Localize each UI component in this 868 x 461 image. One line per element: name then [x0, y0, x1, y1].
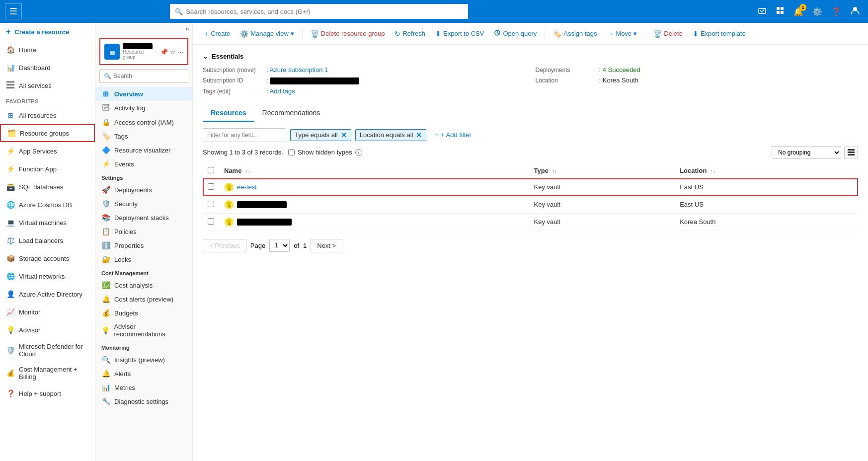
tab-recommendations[interactable]: Recommendations [254, 105, 328, 122]
hamburger-menu[interactable]: ☰ [5, 3, 22, 19]
notifications-icon[interactable]: 🔔 1 [790, 5, 806, 18]
mid-nav-tags[interactable]: 🏷️ Tags [95, 129, 192, 143]
pin-icon[interactable]: 📌 [160, 48, 168, 56]
mid-nav-events[interactable]: ⚡ Events [95, 157, 192, 171]
mid-panel-search[interactable]: 🔍 [99, 69, 188, 83]
open-query-button[interactable]: Open query [490, 27, 541, 40]
sidebar-item-sql-databases[interactable]: 🗃️ SQL databases [0, 178, 95, 196]
add-tags-link[interactable]: Add tags [270, 87, 295, 95]
row1-checkbox[interactable] [208, 183, 214, 190]
sidebar-item-home[interactable]: 🏠 Home [0, 41, 95, 59]
sidebar-item-help-support[interactable]: ❓ Help + support [0, 384, 95, 402]
mid-nav-policies[interactable]: 📋 Policies [95, 225, 192, 238]
manage-view-button[interactable]: ⚙️ Manage view ▾ [236, 27, 298, 40]
export-template-button[interactable]: ⬇ Export template [689, 27, 750, 40]
show-hidden-checkbox[interactable] [288, 149, 295, 155]
mid-nav-deployments[interactable]: 🚀 Deployments [95, 183, 192, 197]
subscription-link[interactable]: Azure subscription 1 [270, 66, 328, 74]
collapse-left-icon[interactable]: « [186, 25, 189, 32]
profile-icon[interactable] [847, 3, 863, 19]
export-csv-icon: ⬇ [435, 30, 441, 38]
filter-input[interactable] [203, 128, 286, 142]
type-col-header[interactable]: Type ↑↓ [529, 164, 675, 178]
mid-nav-advisor-recs[interactable]: 💡 Advisor recommendations [95, 320, 192, 341]
next-page-button[interactable]: Next > [311, 239, 342, 252]
mid-nav-activity-log[interactable]: Activity log [95, 101, 192, 115]
sidebar-item-label: Dashboard [19, 64, 51, 72]
page-number-select[interactable]: 1 [269, 239, 290, 252]
policies-icon: 📋 [101, 228, 110, 235]
settings-section-header: Settings [95, 171, 192, 183]
sidebar-item-function-app[interactable]: ⚡ Function App [0, 160, 95, 178]
events-icon: ⚡ [101, 160, 110, 168]
mid-nav-alerts[interactable]: 🔔 Alerts [95, 367, 192, 381]
type-filter-remove[interactable]: ✕ [341, 131, 347, 139]
add-filter-button[interactable]: + + Add filter [430, 129, 475, 141]
cloud-shell-icon[interactable] [755, 4, 770, 19]
move-button[interactable]: → Move ▾ [603, 27, 641, 40]
sidebar-item-all-services[interactable]: All services [0, 77, 95, 94]
global-search-bar[interactable]: 🔍 [170, 4, 468, 19]
grouping-select[interactable]: No grouping [772, 146, 841, 159]
mid-nav-diagnostic-settings[interactable]: 🔧 Diagnostic settings [95, 394, 192, 408]
create-resource-button[interactable]: + Create a resource [0, 23, 95, 41]
assign-tags-button[interactable]: 🏷️ Assign tags [549, 27, 601, 40]
help-icon[interactable]: ❓ [828, 5, 844, 18]
mid-nav-properties[interactable]: ℹ️ Properties [95, 238, 192, 252]
mid-nav-deployment-stacks[interactable]: 📚 Deployment stacks [95, 211, 192, 225]
sidebar-item-all-resources[interactable]: ⊞ All resources [0, 106, 95, 124]
mid-nav-locks[interactable]: 🔐 Locks [95, 252, 192, 266]
directory-subscription-icon[interactable] [773, 4, 788, 19]
sidebar-item-virtual-networks[interactable]: 🌐 Virtual networks [0, 267, 95, 285]
export-csv-button[interactable]: ⬇ Export to CSV [431, 27, 488, 40]
create-button[interactable]: + Create [201, 27, 234, 40]
row1-name-link[interactable]: ee-test [237, 183, 257, 191]
mid-nav-resource-visualizer[interactable]: 🔷 Resource visualizer [95, 143, 192, 157]
sidebar-item-defender[interactable]: 🛡️ Microsoft Defender for Cloud [0, 339, 95, 362]
location-col-header[interactable]: Location ↑↓ [675, 164, 858, 178]
settings-icon[interactable]: ⚙️ [809, 5, 825, 18]
main-layout: + Create a resource 🏠 Home 📊 Dashboard A… [0, 23, 868, 461]
favorite-icon[interactable]: ☆ [170, 48, 176, 56]
all-resources-icon: ⊞ [6, 111, 15, 119]
deployments-link[interactable]: 4 Succeeded [603, 66, 640, 74]
mid-nav-access-control[interactable]: 🔒 Access control (IAM) [95, 115, 192, 129]
mid-nav-insights[interactable]: 🔍 Insights (preview) [95, 353, 192, 367]
mid-nav-budgets[interactable]: 💰 Budgets [95, 306, 192, 320]
sidebar-item-app-services[interactable]: ⚡ App Services [0, 142, 95, 160]
table-view-button[interactable] [844, 147, 858, 158]
row3-checkbox[interactable] [208, 218, 214, 225]
mid-nav-cost-alerts[interactable]: 🔔 Cost alerts (preview) [95, 292, 192, 306]
select-all-checkbox[interactable] [208, 167, 214, 173]
sidebar-item-advisor[interactable]: 💡 Advisor [0, 321, 95, 339]
mid-nav-overview[interactable]: ⊞ Overview [95, 87, 192, 101]
row2-checkbox[interactable] [208, 201, 214, 207]
mid-nav-cost-analysis[interactable]: 💹 Cost analysis [95, 278, 192, 292]
refresh-button[interactable]: ↻ Refresh [391, 27, 429, 40]
mid-nav-security[interactable]: 🛡️ Security [95, 197, 192, 211]
global-search-input[interactable] [186, 8, 463, 15]
more-icon[interactable]: ··· [178, 48, 183, 56]
previous-page-button[interactable]: < Previous [203, 239, 246, 252]
sidebar-item-azure-ad[interactable]: 👤 Azure Active Directory [0, 285, 95, 303]
sidebar-item-dashboard[interactable]: 📊 Dashboard [0, 59, 95, 77]
sidebar-item-resource-groups[interactable]: 🗂️ Resource groups [0, 124, 95, 142]
manage-view-icon: ⚙️ [240, 30, 248, 38]
name-col-header[interactable]: Name ↑↓ [219, 164, 529, 178]
mid-search-input[interactable] [113, 73, 188, 79]
sidebar-item-storage-accounts[interactable]: 📦 Storage accounts [0, 249, 95, 267]
resource-group-header[interactable]: Resource group 📌 ☆ ··· [99, 38, 188, 65]
delete-button[interactable]: 🗑️ Delete [649, 27, 687, 40]
sidebar-item-cosmos-db[interactable]: 🌐 Azure Cosmos DB [0, 196, 95, 214]
mid-nav-metrics[interactable]: 📊 Metrics [95, 381, 192, 394]
sidebar-item-monitor[interactable]: 📈 Monitor [0, 303, 95, 321]
essentials-chevron[interactable]: ⌄ [203, 53, 208, 60]
delete-rg-button[interactable]: 🗑️ Delete resource group [307, 27, 389, 40]
location-filter-remove[interactable]: ✕ [416, 131, 422, 139]
sidebar-item-load-balancers[interactable]: ⚖️ Load balancers [0, 231, 95, 249]
cost-analysis-icon: 💹 [101, 281, 110, 289]
tab-resources[interactable]: Resources [203, 105, 254, 122]
sidebar-item-virtual-machines[interactable]: 💻 Virtual machines [0, 214, 95, 231]
sidebar-item-cost-management[interactable]: 💰 Cost Management + Billing [0, 362, 95, 384]
info-icon[interactable]: i [355, 149, 362, 156]
